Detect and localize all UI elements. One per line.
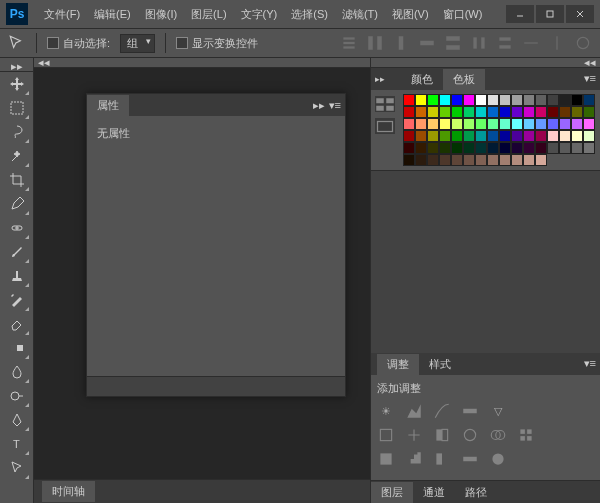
menu-window[interactable]: 窗口(W) <box>437 4 489 25</box>
swatch[interactable] <box>571 106 583 118</box>
swatch[interactable] <box>547 142 559 154</box>
close-button[interactable] <box>566 5 594 23</box>
swatch[interactable] <box>475 94 487 106</box>
swatch[interactable] <box>475 130 487 142</box>
clone-stamp-tool[interactable] <box>4 264 30 288</box>
swatch-preset-icon[interactable] <box>375 96 395 112</box>
swatch[interactable] <box>439 118 451 130</box>
swatch[interactable] <box>559 94 571 106</box>
swatch[interactable] <box>427 106 439 118</box>
swatch[interactable] <box>403 106 415 118</box>
swatch[interactable] <box>475 154 487 166</box>
align-icon[interactable] <box>366 34 384 52</box>
align-icon[interactable] <box>340 34 358 52</box>
align-icon[interactable] <box>418 34 436 52</box>
swatch[interactable] <box>511 154 523 166</box>
swatch[interactable] <box>499 142 511 154</box>
swatch[interactable] <box>511 118 523 130</box>
swatch[interactable] <box>535 118 547 130</box>
brush-tool[interactable] <box>4 240 30 264</box>
panel-menu-icon[interactable]: ▾≡ <box>584 72 596 85</box>
swatch[interactable] <box>583 130 595 142</box>
swatch[interactable] <box>583 118 595 130</box>
swatch[interactable] <box>523 118 535 130</box>
move-tool-indicator[interactable] <box>8 34 26 52</box>
swatch[interactable] <box>403 130 415 142</box>
swatch[interactable] <box>487 94 499 106</box>
color-lookup-icon[interactable] <box>517 426 535 444</box>
swatch[interactable] <box>499 154 511 166</box>
exposure-icon[interactable] <box>461 402 479 420</box>
blur-tool[interactable] <box>4 360 30 384</box>
swatch[interactable] <box>559 106 571 118</box>
curves-icon[interactable] <box>433 402 451 420</box>
swatch[interactable] <box>403 154 415 166</box>
swatch[interactable] <box>439 94 451 106</box>
align-icon[interactable] <box>522 34 540 52</box>
marquee-tool[interactable] <box>4 96 30 120</box>
swatch[interactable] <box>523 106 535 118</box>
swatch[interactable] <box>463 94 475 106</box>
panel-menu-icon[interactable]: ▾≡ <box>584 357 596 370</box>
swatch[interactable] <box>535 130 547 142</box>
swatch[interactable] <box>523 130 535 142</box>
menu-file[interactable]: 文件(F) <box>38 4 86 25</box>
path-selection-tool[interactable] <box>4 456 30 480</box>
menu-filter[interactable]: 滤镜(T) <box>336 4 384 25</box>
dodge-tool[interactable] <box>4 384 30 408</box>
swatch[interactable] <box>451 94 463 106</box>
align-icon[interactable] <box>470 34 488 52</box>
swatch[interactable] <box>583 94 595 106</box>
channel-mixer-icon[interactable] <box>489 426 507 444</box>
swatch[interactable] <box>451 106 463 118</box>
swatch[interactable] <box>403 118 415 130</box>
swatch[interactable] <box>463 142 475 154</box>
show-transform-checkbox[interactable] <box>176 37 188 49</box>
swatch[interactable] <box>415 94 427 106</box>
swatch[interactable] <box>415 154 427 166</box>
swatch[interactable] <box>451 130 463 142</box>
paths-tab[interactable]: 路径 <box>455 482 497 503</box>
swatch[interactable] <box>463 130 475 142</box>
swatch[interactable] <box>451 142 463 154</box>
color-balance-icon[interactable] <box>405 426 423 444</box>
properties-tab[interactable]: 属性 <box>87 95 129 116</box>
minimize-button[interactable] <box>506 5 534 23</box>
swatch[interactable] <box>415 142 427 154</box>
swatch[interactable] <box>547 94 559 106</box>
auto-select-option[interactable]: 自动选择: <box>47 36 110 51</box>
swatch[interactable] <box>427 142 439 154</box>
color-tab[interactable]: 颜色 <box>401 69 443 90</box>
swatches-tab[interactable]: 色板 <box>443 69 485 90</box>
gradient-tool[interactable] <box>4 336 30 360</box>
maximize-button[interactable] <box>536 5 564 23</box>
swatch[interactable] <box>439 130 451 142</box>
swatch[interactable] <box>583 106 595 118</box>
threshold-icon[interactable] <box>433 450 451 468</box>
layers-tab[interactable]: 图层 <box>371 482 413 503</box>
panels-collapse[interactable]: ◂◂ <box>371 58 600 68</box>
swatch[interactable] <box>571 130 583 142</box>
crop-tool[interactable] <box>4 168 30 192</box>
swatch[interactable] <box>475 106 487 118</box>
swatch[interactable] <box>547 118 559 130</box>
swatch[interactable] <box>475 142 487 154</box>
swatch[interactable] <box>523 142 535 154</box>
swatch-preset-icon[interactable] <box>375 118 395 134</box>
swatch[interactable] <box>559 118 571 130</box>
brightness-icon[interactable]: ☀ <box>377 402 395 420</box>
swatch[interactable] <box>415 130 427 142</box>
swatch[interactable] <box>463 118 475 130</box>
levels-icon[interactable] <box>405 402 423 420</box>
swatch[interactable] <box>511 106 523 118</box>
align-icon[interactable] <box>574 34 592 52</box>
show-transform-option[interactable]: 显示变换控件 <box>176 36 258 51</box>
swatch[interactable] <box>451 118 463 130</box>
swatch[interactable] <box>547 130 559 142</box>
swatch[interactable] <box>583 142 595 154</box>
swatch[interactable] <box>463 106 475 118</box>
menu-edit[interactable]: 编辑(E) <box>88 4 137 25</box>
canvas-collapse[interactable]: ◂◂ <box>34 58 370 68</box>
swatch[interactable] <box>523 154 535 166</box>
align-icon[interactable] <box>496 34 514 52</box>
